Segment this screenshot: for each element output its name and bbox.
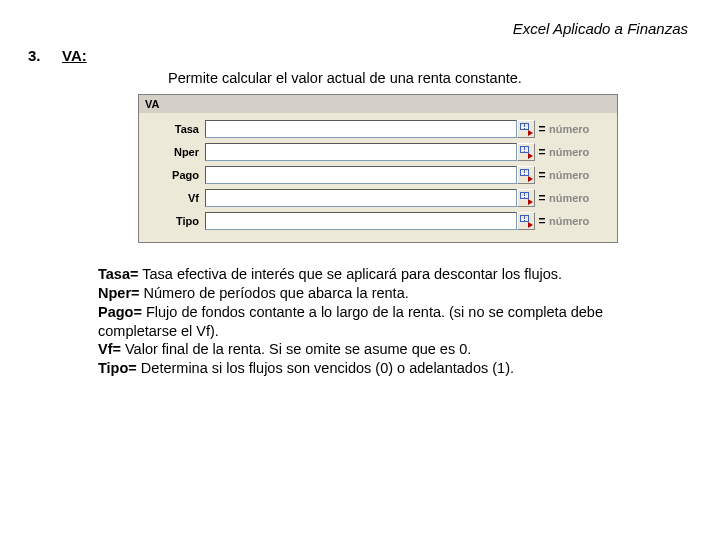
field-row-tasa: Tasa = número [147,119,609,139]
definition-term: Tasa= [98,266,138,282]
definition-term: Nper= [98,285,140,301]
definition-body: Flujo de fondos contante a lo largo de l… [98,304,603,339]
dialog-body: Tasa = número Nper = número Pago [139,113,617,242]
range-selector-button[interactable] [517,189,535,207]
section-description: Permite calcular el valor actual de una … [168,70,692,86]
definition-body: Tasa efectiva de interés que se aplicará… [138,266,562,282]
definition-tasa: Tasa= Tasa efectiva de interés que se ap… [98,265,662,284]
definition-term: Vf= [98,341,121,357]
vf-input[interactable] [205,189,517,207]
pago-input[interactable] [205,166,517,184]
definition-tipo: Tipo= Determina si los flujos son vencid… [98,359,662,378]
definition-term: Tipo= [98,360,137,376]
nper-input[interactable] [205,143,517,161]
section-heading: 3. VA: [28,47,692,64]
definition-body: Número de períodos que abarca la renta. [140,285,409,301]
page-header: Excel Aplicado a Finanzas [28,20,692,37]
equals-sign: = [535,168,549,182]
definition-nper: Nper= Número de períodos que abarca la r… [98,284,662,303]
field-label: Vf [147,192,205,204]
definition-body: Valor final de la renta. Si se omite se … [121,341,471,357]
equals-sign: = [535,145,549,159]
field-label: Tipo [147,215,205,227]
type-hint: número [549,215,609,227]
tipo-input[interactable] [205,212,517,230]
field-label: Tasa [147,123,205,135]
equals-sign: = [535,214,549,228]
definitions-block: Tasa= Tasa efectiva de interés que se ap… [98,265,662,378]
range-selector-icon [520,215,532,227]
equals-sign: = [535,122,549,136]
range-selector-icon [520,146,532,158]
range-selector-icon [520,169,532,181]
type-hint: número [549,192,609,204]
type-hint: número [549,123,609,135]
range-selector-icon [520,192,532,204]
type-hint: número [549,169,609,181]
type-hint: número [549,146,609,158]
definition-term: Pago= [98,304,142,320]
definition-pago: Pago= Flujo de fondos contante a lo larg… [98,303,662,341]
range-selector-button[interactable] [517,143,535,161]
function-arguments-dialog: VA Tasa = número Nper = número [138,94,618,243]
field-row-tipo: Tipo = número [147,211,609,231]
field-row-vf: Vf = número [147,188,609,208]
field-row-pago: Pago = número [147,165,609,185]
definition-vf: Vf= Valor final de la renta. Si se omite… [98,340,662,359]
tasa-input[interactable] [205,120,517,138]
range-selector-button[interactable] [517,212,535,230]
equals-sign: = [535,191,549,205]
range-selector-icon [520,123,532,135]
document-page: Excel Aplicado a Finanzas 3. VA: Permite… [0,0,720,378]
definition-body: Determina si los flujos son vencidos (0)… [137,360,514,376]
field-label: Pago [147,169,205,181]
field-label: Nper [147,146,205,158]
range-selector-button[interactable] [517,166,535,184]
field-row-nper: Nper = número [147,142,609,162]
function-name: VA: [62,47,87,64]
section-number: 3. [28,47,46,64]
range-selector-button[interactable] [517,120,535,138]
dialog-title: VA [139,95,617,113]
